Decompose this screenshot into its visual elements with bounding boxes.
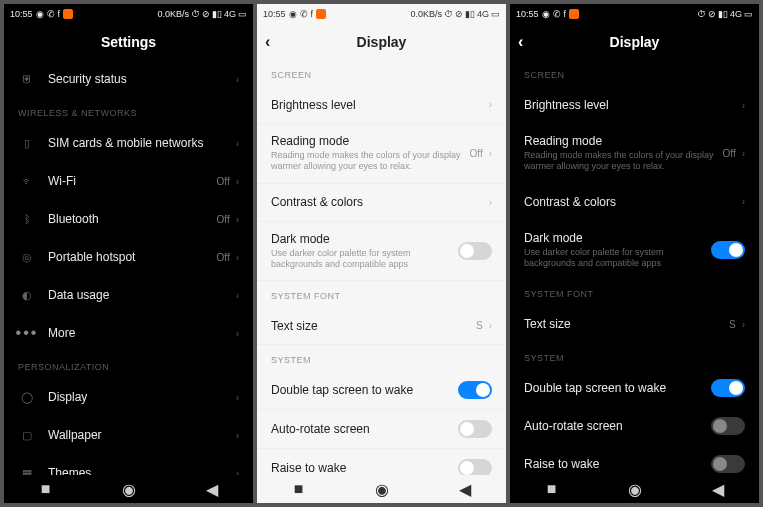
status-bar: 10:55 ◉ ✆ f 0.0KB/s ⏱ ⊘ ▮▯ 4G ▭ [257, 4, 506, 24]
nav-back[interactable]: ◀ [450, 480, 480, 499]
alarm-icon: ⏱ [191, 9, 200, 19]
chevron-right-icon: › [236, 138, 239, 149]
phone-display-light: 10:55 ◉ ✆ f 0.0KB/s ⏱ ⊘ ▮▯ 4G ▭ ‹ Displa… [257, 4, 506, 503]
alarm-icon: ⏱ [697, 9, 706, 19]
row-brightness[interactable]: Brightness level › [510, 86, 759, 124]
nav-back[interactable]: ◀ [197, 480, 227, 499]
nav-bar: ■ ◉ ◀ [257, 475, 506, 503]
row-reading-mode[interactable]: Reading mode Reading mode makes the colo… [257, 124, 506, 184]
row-text-size[interactable]: Text size S › [510, 305, 759, 343]
page-title: Display [610, 34, 660, 50]
nav-recents[interactable]: ■ [31, 480, 61, 498]
facebook-icon: f [564, 9, 567, 19]
hotspot-icon: ◎ [18, 251, 36, 264]
battery-icon: ▭ [491, 9, 500, 19]
status-bar: 10:55 ◉ ✆ f ⏱ ⊘ ▮▯ 4G ▭ [510, 4, 759, 24]
row-auto-rotate[interactable]: Auto-rotate screen [257, 410, 506, 449]
hotspot-value: Off [217, 252, 230, 263]
wifi-icon: ᯤ [18, 175, 36, 187]
text-size-value: S [476, 320, 483, 331]
row-contrast[interactable]: Contrast & colors › [510, 183, 759, 221]
raise-toggle[interactable] [458, 459, 492, 475]
row-raise[interactable]: Raise to wake [510, 445, 759, 475]
chevron-right-icon: › [236, 392, 239, 403]
row-auto-rotate[interactable]: Auto-rotate screen [510, 407, 759, 445]
back-button[interactable]: ‹ [518, 24, 523, 60]
chevron-right-icon: › [489, 148, 492, 159]
section-personalization: PERSONALIZATION [4, 352, 253, 378]
row-bluetooth[interactable]: ᛒ Bluetooth Off › [4, 200, 253, 238]
raise-toggle[interactable] [711, 455, 745, 473]
row-dark-mode[interactable]: Dark mode Use darker color palette for s… [510, 221, 759, 280]
nav-back[interactable]: ◀ [703, 480, 733, 499]
row-wallpaper[interactable]: ▢ Wallpaper › [4, 416, 253, 454]
back-button[interactable]: ‹ [265, 24, 270, 60]
auto-rotate-toggle[interactable] [458, 420, 492, 438]
double-tap-toggle[interactable] [711, 379, 745, 397]
dnd-icon: ⊘ [455, 9, 463, 19]
alarm-icon: ⏱ [444, 9, 453, 19]
dark-mode-toggle[interactable] [711, 241, 745, 259]
section-screen: SCREEN [257, 60, 506, 86]
data-rate: 0.0KB/s [157, 9, 189, 19]
battery-icon: ▭ [744, 9, 753, 19]
row-dark-mode[interactable]: Dark mode Use darker color palette for s… [257, 222, 506, 282]
nav-bar: ■ ◉ ◀ [510, 475, 759, 503]
nav-recents[interactable]: ■ [537, 480, 567, 498]
row-data-usage[interactable]: ◐ Data usage › [4, 276, 253, 314]
signal-icon: ▮▯ [718, 9, 728, 19]
nav-home[interactable]: ◉ [367, 480, 397, 499]
section-screen: SCREEN [510, 60, 759, 86]
settings-list: ⛨ Security status › WIRELESS & NETWORKS … [4, 60, 253, 475]
app-badge-icon [63, 9, 73, 19]
row-text-size[interactable]: Text size S › [257, 307, 506, 345]
row-raise[interactable]: Raise to wake [257, 449, 506, 475]
nav-home[interactable]: ◉ [620, 480, 650, 499]
sim-icon: ▯ [18, 137, 36, 150]
display-list: SCREEN Brightness level › Reading mode R… [510, 60, 759, 475]
row-hotspot[interactable]: ◎ Portable hotspot Off › [4, 238, 253, 276]
nav-recents[interactable]: ■ [284, 480, 314, 498]
row-themes[interactable]: ▦ Themes › [4, 454, 253, 475]
location-icon: ◉ [36, 9, 44, 19]
section-system: SYSTEM [510, 343, 759, 369]
network-label: 4G [730, 9, 742, 19]
row-contrast[interactable]: Contrast & colors › [257, 184, 506, 222]
chevron-right-icon: › [489, 320, 492, 331]
row-reading-mode[interactable]: Reading mode Reading mode makes the colo… [510, 124, 759, 183]
dnd-icon: ⊘ [202, 9, 210, 19]
row-wifi[interactable]: ᯤ Wi-Fi Off › [4, 162, 253, 200]
signal-icon: ▮▯ [212, 9, 222, 19]
double-tap-toggle[interactable] [458, 381, 492, 399]
dark-mode-toggle[interactable] [458, 242, 492, 260]
reading-value: Off [470, 148, 483, 159]
page-title: Display [357, 34, 407, 50]
bt-value: Off [217, 214, 230, 225]
row-double-tap[interactable]: Double tap screen to wake [257, 371, 506, 410]
data-icon: ◐ [18, 289, 36, 302]
network-label: 4G [477, 9, 489, 19]
bluetooth-icon: ᛒ [18, 213, 36, 225]
shield-icon: ⛨ [18, 73, 36, 85]
text-size-value: S [729, 319, 736, 330]
row-display[interactable]: ◯ Display › [4, 378, 253, 416]
section-system: SYSTEM [257, 345, 506, 371]
chevron-right-icon: › [236, 290, 239, 301]
row-more[interactable]: ••• More › [4, 314, 253, 352]
dnd-icon: ⊘ [708, 9, 716, 19]
display-icon: ◯ [18, 391, 36, 404]
wifi-value: Off [217, 176, 230, 187]
section-font: SYSTEM FONT [257, 281, 506, 307]
nav-home[interactable]: ◉ [114, 480, 144, 499]
more-icon: ••• [18, 324, 36, 342]
facebook-icon: f [58, 9, 61, 19]
row-double-tap[interactable]: Double tap screen to wake [510, 369, 759, 407]
whatsapp-icon: ✆ [47, 9, 55, 19]
row-security[interactable]: ⛨ Security status › [4, 60, 253, 98]
title-bar: ‹ Display [257, 24, 506, 60]
row-sim[interactable]: ▯ SIM cards & mobile networks › [4, 124, 253, 162]
row-brightness[interactable]: Brightness level › [257, 86, 506, 124]
auto-rotate-toggle[interactable] [711, 417, 745, 435]
chevron-right-icon: › [236, 430, 239, 441]
chevron-right-icon: › [236, 252, 239, 263]
